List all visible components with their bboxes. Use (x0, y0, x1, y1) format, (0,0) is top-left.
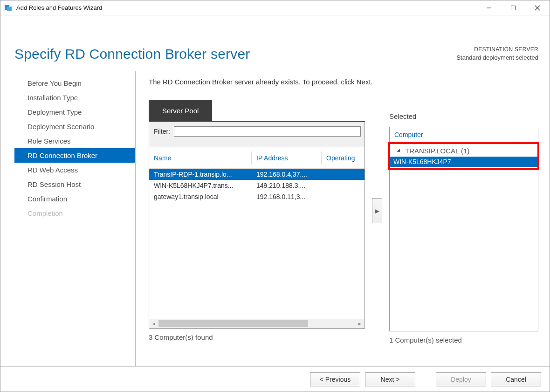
minimize-button[interactable] (477, 0, 501, 15)
wizard-header: Specify RD Connection Broker server DEST… (0, 15, 550, 71)
cancel-button[interactable]: Cancel (491, 372, 541, 386)
nav-role-services[interactable]: Role Services (14, 134, 135, 148)
add-to-selected-button[interactable]: ▶ (372, 198, 382, 223)
tree-group-label: TRANSIP.LOCAL (1) (405, 147, 469, 155)
col-header-ip[interactable]: IP Address (252, 151, 322, 165)
horizontal-scrollbar[interactable]: ◄ ► (149, 319, 364, 328)
filter-input[interactable] (174, 126, 361, 137)
nav-completion: Completion (14, 206, 135, 220)
nav-confirmation[interactable]: Confirmation (14, 192, 135, 206)
filter-label: Filter: (154, 128, 170, 135)
col-header-os[interactable]: Operating (322, 151, 364, 165)
chevron-right-icon: ▶ (375, 207, 379, 214)
title-bar: Add Roles and Features Wizard (0, 0, 550, 15)
col-header-computer[interactable]: Computer (390, 128, 518, 141)
pool-count-text: 3 Computer(s) found (149, 333, 365, 341)
server-pool-grid: Name IP Address Operating TransIP-RDP-1.… (149, 147, 364, 328)
tree-group[interactable]: TRANSIP.LOCAL (1) (390, 145, 538, 157)
window-controls (477, 0, 550, 15)
nav-rd-session-host[interactable]: RD Session Host (14, 177, 135, 192)
next-button[interactable]: Next > (365, 372, 415, 386)
nav-rd-web-access[interactable]: RD Web Access (14, 163, 135, 177)
caret-down-icon (397, 148, 402, 153)
nav-before-you-begin[interactable]: Before You Begin (14, 76, 135, 90)
nav-rd-connection-broker[interactable]: RD Connection Broker (14, 148, 135, 163)
destination-value: Standard deployment selected (456, 54, 538, 62)
scroll-thumb[interactable] (158, 320, 308, 327)
selected-panel: Selected Computer TRANSIP.LOCAL (1) WIN-… (389, 100, 538, 344)
destination-label: DESTINATION SERVER (456, 45, 538, 54)
server-pool-tab[interactable]: Server Pool (149, 100, 212, 121)
scroll-right-icon[interactable]: ► (355, 319, 364, 328)
close-button[interactable] (525, 0, 550, 15)
selected-count-text: 1 Computer(s) selected (389, 336, 538, 344)
wizard-footer: < Previous Next > Deploy Cancel (0, 366, 550, 392)
page-title: Specify RD Connection Broker server (14, 46, 250, 62)
wizard-content: The RD Connection Broker server already … (136, 71, 550, 366)
nav-installation-type[interactable]: Installation Type (14, 90, 135, 105)
maximize-button[interactable] (501, 0, 525, 15)
svg-rect-3 (511, 6, 516, 10)
previous-button[interactable]: < Previous (310, 372, 360, 386)
deploy-button: Deploy (436, 372, 486, 386)
pool-row[interactable]: TransIP-RDP-1.transip.lo... 192.168.0.4,… (149, 169, 364, 180)
svg-rect-1 (7, 7, 12, 11)
instruction-text: The RD Connection Broker server already … (149, 78, 538, 86)
window-title: Add Roles and Features Wizard (16, 4, 102, 11)
selected-heading: Selected (389, 100, 538, 123)
col-header-name[interactable]: Name (149, 151, 252, 165)
pool-row[interactable]: gateway1.transip.local 192.168.0.11,3... (149, 191, 364, 202)
scroll-left-icon[interactable]: ◄ (149, 319, 158, 328)
selected-computer-item[interactable]: WIN-K5L68HKJ4P7 (390, 157, 538, 167)
pool-row[interactable]: WIN-K5L68HKJ4P7.trans... 149.210.188.3,.… (149, 180, 364, 191)
app-icon (4, 4, 13, 12)
destination-block: DESTINATION SERVER Standard deployment s… (456, 45, 538, 62)
wizard-steps: Before You Begin Installation Type Deplo… (14, 71, 136, 366)
server-pool-panel: Server Pool Filter: Name IP Address Oper… (149, 100, 365, 341)
nav-deployment-type[interactable]: Deployment Type (14, 105, 135, 119)
nav-deployment-scenario[interactable]: Deployment Scenario (14, 119, 135, 134)
